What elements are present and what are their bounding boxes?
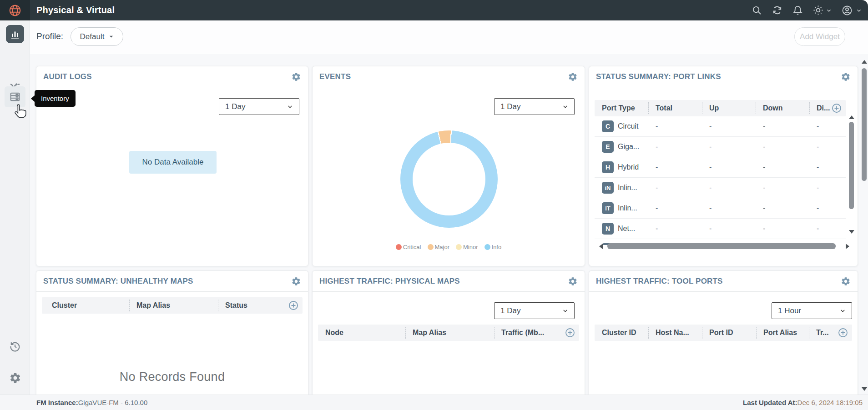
port-type-badge: C xyxy=(602,120,614,132)
table-row[interactable]: NNet... - - - - xyxy=(595,219,846,239)
column-header[interactable]: Map Alias xyxy=(129,297,218,314)
widget-settings-gear-icon[interactable] xyxy=(841,72,851,82)
port-type-badge: N xyxy=(602,223,614,235)
add-widget-button[interactable]: Add Widget xyxy=(794,27,845,46)
events-legend: Critical Major Minor Info xyxy=(313,244,585,250)
add-column-icon[interactable] xyxy=(831,103,842,114)
profile-select-value: Default xyxy=(80,32,105,41)
port-type-badge: iN xyxy=(602,182,614,194)
table-row[interactable]: iTInlin... - - - - xyxy=(595,198,846,219)
chevron-down-icon xyxy=(840,308,846,314)
legend-dot-major xyxy=(428,244,434,250)
widget-port-links: STATUS SUMMARY: PORT LINKS Port Type Tot… xyxy=(589,66,858,266)
port-links-table-header: Port Type Total Up Down Di... xyxy=(595,100,846,116)
widget-title: EVENTS xyxy=(319,72,351,81)
port-type-badge: iT xyxy=(602,202,614,214)
column-header[interactable]: Port Alias xyxy=(756,325,809,341)
unhealthy-maps-table-header: Cluster Map Alias Status xyxy=(42,297,303,314)
scroll-down-arrow[interactable] xyxy=(862,387,867,391)
port-links-horizontal-scrollbar[interactable] xyxy=(595,243,851,250)
theme-sun-icon[interactable] xyxy=(813,5,823,15)
column-header[interactable]: Host Na... xyxy=(648,325,702,341)
chevron-down-icon xyxy=(287,104,293,110)
scroll-left-arrow[interactable] xyxy=(599,244,603,249)
port-links-vertical-scrollbar[interactable] xyxy=(849,115,855,245)
profile-bar: Profile: Default Add Widget xyxy=(30,20,868,53)
column-header[interactable]: Tr... xyxy=(809,325,838,341)
top-bar: Physical & Virtual xyxy=(0,0,868,20)
column-header[interactable]: Node xyxy=(318,325,405,341)
widget-settings-gear-icon[interactable] xyxy=(291,72,301,82)
time-range-select[interactable]: 1 Day xyxy=(219,98,299,115)
column-header[interactable]: Total xyxy=(648,100,702,116)
column-header[interactable]: Status xyxy=(218,297,288,314)
physical-maps-table-header: Node Map Alias Traffic (Mb... xyxy=(318,325,579,341)
left-sidebar xyxy=(0,20,30,395)
page-vertical-scrollbar[interactable] xyxy=(861,58,868,393)
inventory-icon[interactable] xyxy=(0,90,30,103)
hand-cursor xyxy=(12,104,27,121)
time-range-select[interactable]: 1 Hour xyxy=(772,302,852,319)
last-updated-value: Dec 6, 2024 18:19:05 xyxy=(797,399,863,406)
widget-events: EVENTS 1 Day Critical Major Minor Info xyxy=(312,66,585,266)
scrollbar-thumb[interactable] xyxy=(849,122,854,209)
column-header[interactable]: Map Alias xyxy=(405,325,494,341)
column-header[interactable]: Cluster ID xyxy=(595,325,648,341)
legend-dot-minor xyxy=(456,244,462,250)
scroll-right-arrow[interactable] xyxy=(846,244,849,249)
widget-title: STATUS SUMMARY: UNHEALTHY MAPS xyxy=(43,277,193,286)
column-header[interactable]: Cluster xyxy=(42,297,129,314)
chevron-down-icon[interactable] xyxy=(826,8,832,13)
add-column-icon[interactable] xyxy=(288,300,299,311)
scroll-up-arrow[interactable] xyxy=(849,115,854,119)
refresh-icon[interactable] xyxy=(772,5,782,15)
dashboard-content: AUDIT LOGS 1 Day No Data Available EVENT… xyxy=(30,54,868,395)
events-donut-chart[interactable] xyxy=(400,130,498,228)
table-row[interactable]: iNInlin... - - - - xyxy=(595,178,846,198)
search-icon[interactable] xyxy=(752,5,762,15)
column-header[interactable]: Di... xyxy=(809,100,831,116)
add-column-icon[interactable] xyxy=(565,327,575,338)
legend-dot-critical xyxy=(396,244,402,250)
port-links-rows: CCircuit - - - - EGiga... - - - - HHybri… xyxy=(595,116,846,245)
bar-chart-icon xyxy=(10,29,20,40)
widget-physical-maps: HIGHEST TRAFFIC: PHYSICAL MAPS 1 Day Nod… xyxy=(312,270,585,395)
fm-instance: FM Instance:GigaVUE-FM - 6.10.00 xyxy=(36,399,147,406)
last-updated-label: Last Updated At: xyxy=(743,399,797,406)
scroll-down-arrow[interactable] xyxy=(849,230,854,234)
sidebar-item-dashboard[interactable] xyxy=(6,25,24,43)
user-account-icon[interactable] xyxy=(842,5,853,16)
time-range-select[interactable]: 1 Day xyxy=(494,302,575,319)
widget-settings-gear-icon[interactable] xyxy=(291,276,301,286)
port-type-badge: E xyxy=(602,141,614,153)
sidebar-item-settings[interactable] xyxy=(0,372,30,384)
gear-icon xyxy=(9,372,21,384)
profile-select[interactable]: Default xyxy=(71,27,123,46)
add-column-icon[interactable] xyxy=(838,327,848,338)
chevron-down-icon[interactable] xyxy=(856,8,862,13)
legend-dot-info xyxy=(484,244,490,250)
widget-settings-gear-icon[interactable] xyxy=(841,276,851,286)
table-row[interactable]: HHybrid - - - - xyxy=(595,157,846,178)
app-logo[interactable] xyxy=(0,0,30,20)
sidebar-item-history[interactable] xyxy=(0,340,30,353)
column-header[interactable]: Down xyxy=(756,100,809,116)
column-header[interactable]: Port ID xyxy=(702,325,756,341)
column-header[interactable]: Traffic (Mb... xyxy=(494,325,565,341)
last-updated: Last Updated At:Dec 6, 2024 18:19:05 xyxy=(743,399,863,406)
scrollbar-thumb[interactable] xyxy=(862,68,867,181)
table-row[interactable]: EGiga... - - - - xyxy=(595,137,846,157)
port-type-badge: H xyxy=(602,161,614,173)
column-header[interactable]: Up xyxy=(702,100,756,116)
table-row[interactable]: CCircuit - - - - xyxy=(595,116,846,137)
notifications-bell-icon[interactable] xyxy=(792,5,803,15)
widget-settings-gear-icon[interactable] xyxy=(568,276,578,286)
widget-settings-gear-icon[interactable] xyxy=(568,72,578,82)
widget-title: HIGHEST TRAFFIC: PHYSICAL MAPS xyxy=(319,277,460,286)
scroll-up-arrow[interactable] xyxy=(862,60,867,64)
column-header[interactable]: Port Type xyxy=(595,100,648,116)
time-range-select[interactable]: 1 Day xyxy=(494,98,575,115)
page-title: Physical & Virtual xyxy=(36,0,115,20)
widget-unhealthy-maps: STATUS SUMMARY: UNHEALTHY MAPS Cluster M… xyxy=(36,270,308,395)
scrollbar-thumb[interactable] xyxy=(607,243,836,249)
